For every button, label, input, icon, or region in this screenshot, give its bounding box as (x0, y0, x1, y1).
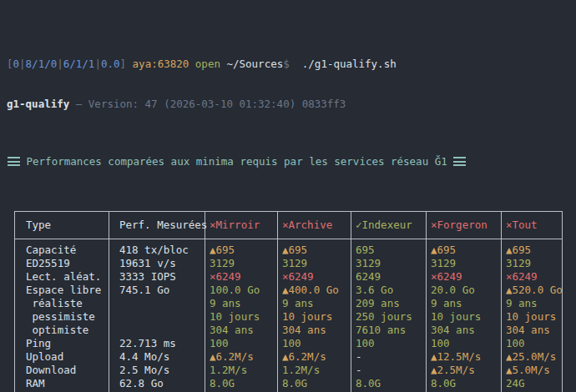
cell: - (351, 364, 427, 377)
cell-value: 100 (356, 337, 375, 349)
column-header-type: Type (15, 212, 109, 239)
cell: 8.0G (205, 377, 278, 392)
cell-value: 8.0G (282, 377, 307, 389)
app-name: g1-qualify (7, 98, 69, 110)
cell: 3129 (427, 257, 502, 270)
cell-value: 10 jours (282, 310, 332, 323)
cell-value: ▲695 (431, 244, 456, 256)
cell-value: 24G (506, 377, 525, 389)
cell-value: 3.6 Go (356, 284, 393, 296)
cell-value: - (356, 350, 362, 363)
cell-value: 3129 (356, 257, 381, 269)
cell: 304 ans (278, 324, 351, 337)
cell: ×6249 (278, 270, 351, 284)
cell: 100 (205, 337, 278, 350)
cell-value: 8.0G (210, 377, 235, 389)
measured-value (109, 324, 205, 337)
cell: ▲695 (427, 239, 502, 258)
main-section: Capacité418 tx/bloc▲695▲695695▲695▲695ED… (15, 239, 563, 392)
cell-value: ▲695 (506, 244, 531, 256)
cell-value: 8.0G (356, 377, 381, 389)
status-segment: | (19, 58, 26, 70)
measured-value: 418 tx/bloc (109, 239, 205, 258)
cell-value: 10 jours (431, 310, 481, 323)
cell-value: 695 (356, 244, 375, 256)
status-segment (126, 58, 133, 70)
cell: 9 ans (427, 297, 502, 310)
cell-value: 9 ans (431, 297, 462, 309)
table-row: pessimiste10 jours10 jours250 jours10 jo… (15, 310, 563, 324)
cell: 20.0 Go (427, 284, 502, 297)
cell-value: ×6249 (210, 270, 241, 283)
triple-bar-icon (8, 157, 20, 166)
cell: 1.2M/s (278, 364, 351, 377)
benchmark-table: TypePerf. Mesurées×Mirroir×Archive✓Index… (14, 211, 563, 392)
cell: 8.0G (427, 377, 502, 392)
cell-value: 304 ans (282, 324, 326, 336)
cell-value: ▲400.0 Go (282, 284, 339, 296)
cell: 100 (502, 337, 563, 350)
cell: ▲5.0M/s (502, 364, 563, 377)
cell: 3129 (351, 257, 427, 270)
cell-value: 100 (210, 337, 229, 349)
cell-value: 304 ans (210, 324, 254, 336)
cell-value: ▲520.0 Go (506, 284, 563, 296)
version-info: — Version: 47 (2026-03-10 01:32:40) 0833… (69, 98, 346, 110)
table-row: Espace libre745.1 Go100.0 Go▲400.0 Go3.6… (15, 284, 563, 297)
cell: ×6249 (427, 270, 502, 284)
status-segment (290, 58, 302, 70)
cell-value: ×6249 (506, 270, 538, 283)
table-row: RAM62.8 Go8.0G8.0G8.0G8.0G24G (15, 377, 563, 392)
status-segment: [ (7, 58, 13, 70)
measured-value (109, 310, 205, 324)
table-row: optimiste304 ans304 ans7610 ans304 ans30… (15, 324, 563, 337)
status-segment: ] (120, 58, 127, 70)
table-row: Upload4.4 Mo/s▲6.2M/s▲6.2M/s-▲12.5M/s▲25… (15, 350, 563, 364)
cell: 1.2M/s (205, 364, 278, 377)
row-label: Upload (15, 350, 109, 364)
column-header-perf-mesur-es: Perf. Mesurées (109, 212, 205, 239)
cell: 100.0 Go (205, 284, 278, 297)
cell-value: ▲695 (210, 244, 235, 256)
cell: 24G (502, 377, 563, 392)
cell: ▲400.0 Go (278, 284, 351, 297)
cell: ▲2.5M/s (427, 364, 502, 377)
column-header-tout: ×Tout (502, 212, 563, 239)
row-label: optimiste (15, 324, 109, 337)
triple-bar-icon (453, 157, 466, 166)
cell-value: 250 jours (356, 310, 412, 323)
cell: 6249 (351, 270, 427, 284)
cell-value: 3129 (282, 257, 307, 269)
cell: 304 ans (502, 324, 563, 337)
cell-value: 304 ans (431, 324, 475, 336)
status-segment: aya:63820 (133, 58, 189, 70)
cell-value: 1.2M/s (210, 364, 247, 376)
cell-value: 8.0G (431, 377, 456, 389)
row-label: Espace libre (15, 284, 109, 297)
cell: 100 (278, 337, 351, 350)
cell: 10 jours (427, 310, 502, 324)
cell-value: ▲695 (282, 244, 307, 256)
measured-value: 22.713 ms (109, 337, 205, 350)
row-label: Lect. aléat. (15, 270, 109, 284)
status-segment: | (94, 58, 101, 70)
row-label: pessimiste (15, 310, 109, 324)
cell: 3129 (278, 257, 351, 270)
cell: ×6249 (502, 270, 563, 284)
row-label: ED25519 (15, 257, 109, 270)
cell: 3129 (205, 257, 278, 270)
cell: 8.0G (351, 377, 427, 392)
table-row: Ping22.713 ms100100100100100 (15, 337, 563, 350)
cell-value: ▲5.0M/s (506, 364, 550, 376)
cell-value: 3129 (210, 257, 235, 269)
column-header-forgeron: ×Forgeron (427, 212, 502, 239)
row-label: Download (15, 364, 109, 377)
cell-value: 1.2M/s (282, 364, 320, 376)
cell: 100 (427, 337, 502, 350)
cell-value: 7610 ans (356, 324, 406, 336)
status-segment: 0.0 (101, 58, 120, 70)
cell: 3129 (502, 257, 563, 270)
cell-value: - (356, 364, 362, 376)
table-row: Capacité418 tx/bloc▲695▲695695▲695▲695 (15, 239, 563, 258)
cell: 304 ans (205, 324, 278, 337)
